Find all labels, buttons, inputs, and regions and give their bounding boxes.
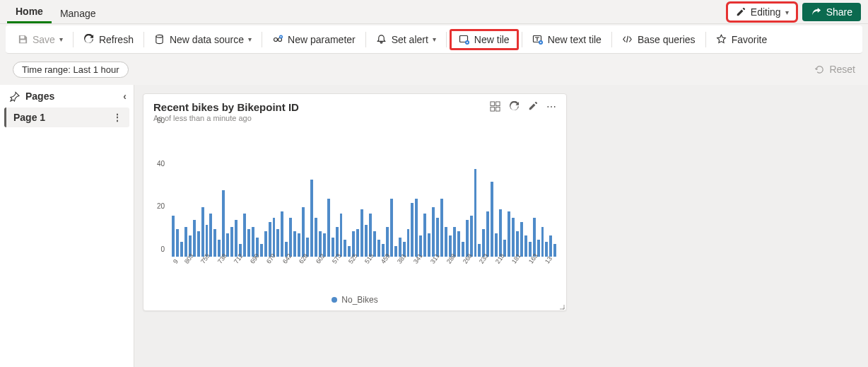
chart-bar[interactable]: [369, 214, 372, 257]
chart-bar[interactable]: [462, 242, 464, 257]
chart-bar[interactable]: [407, 229, 410, 257]
chart-bar[interactable]: [281, 211, 283, 257]
chart-bar[interactable]: [428, 233, 430, 257]
chart-bar[interactable]: [276, 229, 279, 257]
chart-bar[interactable]: [360, 209, 363, 257]
sidebar-page-item[interactable]: Page 1⋮: [4, 107, 129, 127]
chart-bar[interactable]: [415, 199, 418, 257]
chart-bar[interactable]: [491, 182, 493, 257]
chart-bar[interactable]: [365, 225, 368, 257]
chart-bar[interactable]: [180, 242, 183, 257]
chart-bar[interactable]: [315, 218, 317, 257]
chart-bar[interactable]: [549, 235, 552, 257]
chart-bar[interactable]: [457, 231, 460, 257]
chart-bar[interactable]: [184, 227, 187, 257]
chart-bar[interactable]: [508, 211, 510, 257]
edit-tile-icon[interactable]: [528, 101, 538, 114]
chart-bar[interactable]: [524, 235, 527, 257]
chart-bar[interactable]: [332, 238, 334, 257]
chart-bar[interactable]: [298, 233, 300, 257]
save-button[interactable]: Save ▾: [10, 31, 70, 48]
chart-bar[interactable]: [537, 240, 540, 257]
chart-bar[interactable]: [226, 233, 229, 257]
favorite-button[interactable]: Favorite: [709, 31, 775, 48]
chart-bar[interactable]: [478, 244, 481, 257]
sidebar: Pages ‹ Page 1⋮: [0, 85, 134, 367]
favorite-label: Favorite: [732, 34, 768, 45]
chart-bar[interactable]: [327, 199, 330, 257]
collapse-sidebar-icon[interactable]: ‹: [123, 91, 127, 102]
reset-button[interactable]: Reset: [814, 64, 855, 75]
chart-bar[interactable]: [545, 242, 548, 257]
chart-bar[interactable]: [466, 220, 469, 257]
chart-plot-area[interactable]: [172, 128, 556, 257]
chart-bar[interactable]: [453, 227, 456, 257]
resize-grip[interactable]: [556, 301, 565, 309]
chart-bar[interactable]: [495, 233, 498, 257]
chart-bar[interactable]: [340, 214, 343, 257]
chart-bar[interactable]: [243, 214, 246, 257]
chart-bar[interactable]: [377, 240, 380, 257]
chart-bar[interactable]: [394, 246, 397, 257]
chevron-down-icon: ▾: [59, 35, 63, 43]
chart-bar[interactable]: [222, 190, 225, 257]
chart-bar[interactable]: [436, 218, 439, 257]
chart-bar[interactable]: [264, 231, 267, 257]
new-tile-button[interactable]: New tile: [450, 29, 519, 50]
more-tile-icon[interactable]: ⋯: [546, 101, 556, 114]
chart-bar[interactable]: [411, 203, 414, 257]
explore-data-icon[interactable]: [490, 101, 500, 114]
chart-bar[interactable]: [310, 180, 313, 257]
new-parameter-button[interactable]: New parameter: [265, 31, 363, 48]
share-button[interactable]: Share: [802, 3, 861, 21]
chart-bar[interactable]: [373, 231, 376, 257]
refresh-tile-icon[interactable]: [509, 101, 520, 114]
time-range-pill[interactable]: Time range: Last 1 hour: [13, 62, 129, 78]
chart-bar[interactable]: [209, 214, 212, 257]
share-icon: [811, 6, 822, 18]
chart-bar[interactable]: [423, 214, 426, 257]
chart-bar[interactable]: [499, 209, 502, 257]
chart-bar[interactable]: [273, 218, 276, 257]
chart-bar[interactable]: [486, 211, 489, 257]
refresh-button[interactable]: Refresh: [76, 31, 141, 48]
chart-bar[interactable]: [470, 216, 473, 257]
chart-bar[interactable]: [474, 169, 477, 257]
chart-bar[interactable]: [235, 220, 237, 257]
chart-bar[interactable]: [323, 233, 326, 257]
chart-bar[interactable]: [193, 220, 196, 257]
chart-bar[interactable]: [201, 207, 204, 257]
chart-bar[interactable]: [230, 227, 233, 257]
chart-bar[interactable]: [356, 229, 359, 257]
chart-bar[interactable]: [512, 218, 515, 257]
chart-bar[interactable]: [213, 229, 216, 257]
new-text-tile-label: New text tile: [548, 34, 602, 45]
chart-bar[interactable]: [553, 244, 556, 257]
chart-bar[interactable]: [344, 240, 346, 257]
set-alert-button[interactable]: Set alert ▾: [369, 31, 443, 48]
chart-bar[interactable]: [520, 222, 523, 257]
base-queries-button[interactable]: Base queries: [615, 31, 703, 48]
chart-bar[interactable]: [260, 244, 263, 257]
chart-bar[interactable]: [432, 207, 435, 257]
chart-bar[interactable]: [176, 229, 179, 257]
chart-bar[interactable]: [533, 218, 536, 257]
chart-bar[interactable]: [390, 199, 393, 257]
chart-bar[interactable]: [172, 216, 175, 257]
chart-bar[interactable]: [247, 229, 250, 257]
svg-point-0: [156, 35, 163, 37]
page-item-more-icon[interactable]: ⋮: [112, 112, 122, 123]
time-range-row: Time range: Last 1 hour Reset: [0, 54, 868, 85]
chart-bar[interactable]: [293, 231, 296, 257]
chart-bar[interactable]: [289, 218, 292, 257]
new-data-source-button[interactable]: New data source ▾: [147, 31, 259, 48]
tab-home[interactable]: Home: [7, 1, 52, 23]
chart-bar[interactable]: [440, 199, 443, 257]
chart-bar[interactable]: [445, 227, 447, 257]
chart-bar[interactable]: [541, 227, 544, 257]
chart-bar[interactable]: [197, 231, 200, 257]
new-text-tile-button[interactable]: New text tile: [525, 31, 609, 48]
chart-bar[interactable]: [302, 207, 305, 257]
tab-manage[interactable]: Manage: [52, 4, 105, 23]
editing-button[interactable]: Editing ▾: [727, 3, 797, 21]
